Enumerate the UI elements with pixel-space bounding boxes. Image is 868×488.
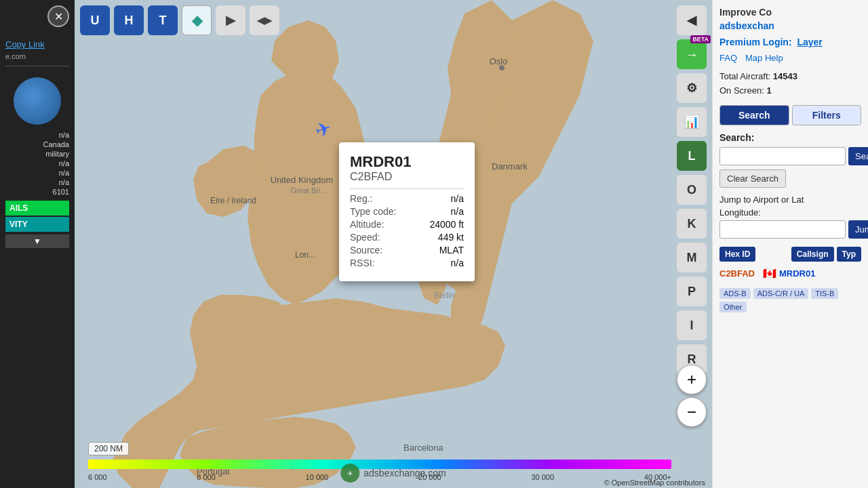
- layers-icon: ◆: [192, 12, 202, 28]
- btn-P[interactable]: P: [677, 277, 707, 306]
- improve-text: Improve Co: [719, 7, 861, 18]
- source-tag-other[interactable]: Other: [719, 302, 747, 312]
- source-tag-tisb[interactable]: TIS-B: [811, 288, 838, 299]
- col-empty: [758, 247, 789, 262]
- iodir-icon: ◀▶: [257, 15, 272, 26]
- source-tags: ADS-B ADS-C/R / UA TIS-B Other: [719, 288, 861, 312]
- zoom-in-button[interactable]: +: [677, 365, 707, 394]
- scale-label-1: 8 000: [197, 473, 216, 481]
- source-tag-adsc[interactable]: ADS-C/R / UA: [753, 288, 809, 299]
- btn-layers[interactable]: ◆: [182, 5, 212, 35]
- scale-label-2: 10 000: [306, 473, 329, 481]
- panel-links: FAQ Map Help: [719, 53, 861, 63]
- right-toolbar: ◀ → BETA ⚙ 📊 L O K M P I R: [677, 5, 707, 374]
- data-row-1: n/a: [5, 131, 69, 139]
- reg-label: Reg.:: [350, 193, 372, 204]
- rssi-value: n/a: [451, 258, 464, 268]
- jump-label: Jump to Airport or Lat: [719, 195, 861, 205]
- btn-login[interactable]: → BETA: [677, 39, 707, 69]
- details-bar[interactable]: AILS: [5, 201, 69, 216]
- popup-divider: [350, 188, 464, 189]
- divider: [5, 66, 69, 66]
- tab-filters[interactable]: Filters: [792, 105, 862, 125]
- scroll-down-arrow[interactable]: ▼: [5, 235, 69, 248]
- search-input[interactable]: [719, 147, 846, 165]
- btn-next[interactable]: ▶: [216, 5, 245, 35]
- btn-back[interactable]: ◀: [677, 5, 707, 35]
- next-icon: ▶: [226, 13, 235, 28]
- data-row-5: n/a: [5, 169, 69, 177]
- popup-row-rssi: RSSI: n/a: [350, 258, 464, 268]
- adsb-watermark-text: adsbexchange.com: [363, 468, 446, 479]
- on-screen-value: 1: [766, 85, 771, 96]
- speed-label: Speed:: [350, 232, 380, 243]
- premium-text[interactable]: Premium Login: Layer: [719, 37, 861, 47]
- stats-icon: 📊: [684, 115, 699, 129]
- search-row: Sea: [719, 147, 861, 165]
- rssi-label: RSSI:: [350, 258, 375, 268]
- scale-distance-label: 200 NM: [88, 442, 129, 455]
- col-hex-id-btn[interactable]: Hex ID: [719, 247, 755, 262]
- popup-row-type: Type code: n/a: [350, 206, 464, 217]
- btn-O[interactable]: O: [677, 175, 707, 205]
- scale-label-0: 6 000: [88, 473, 107, 481]
- btn-M[interactable]: M: [677, 243, 707, 272]
- btn-K[interactable]: K: [677, 209, 707, 239]
- search-button[interactable]: Sea: [848, 147, 868, 165]
- scale-label-4: 30 000: [531, 473, 554, 481]
- zoom-out-button[interactable]: −: [677, 397, 707, 427]
- btn-t[interactable]: T: [148, 5, 178, 35]
- data-row-2: Canada: [5, 140, 69, 148]
- btn-h[interactable]: H: [114, 5, 144, 35]
- source-tag-adsb[interactable]: ADS-B: [719, 288, 751, 299]
- svg-text:Lon...: Lon...: [295, 250, 315, 260]
- activity-bar[interactable]: VITY: [5, 217, 69, 232]
- tab-row: Search Filters: [719, 105, 861, 125]
- close-button[interactable]: ✕: [47, 5, 69, 27]
- col-type-btn[interactable]: Typ: [837, 247, 861, 262]
- aircraft-popup: MRDR01 C2BFAD Reg.: n/a Type code: n/a A…: [339, 142, 475, 281]
- btn-u[interactable]: U: [80, 5, 110, 35]
- close-icon: ✕: [54, 10, 63, 23]
- data-row-3: military: [5, 150, 69, 158]
- popup-callsign: MRDR01: [350, 153, 464, 171]
- data-row-7: 6101: [5, 188, 69, 196]
- search-label: Search:: [719, 132, 861, 143]
- tab-search[interactable]: Search: [719, 105, 789, 125]
- btn-iodir[interactable]: ◀▶: [250, 5, 279, 35]
- source-value: MLAT: [439, 245, 464, 256]
- speed-value: 449 kt: [438, 232, 464, 243]
- btn-L[interactable]: L: [677, 141, 707, 171]
- adsb-watermark: ✈ adsbexchange.com: [340, 464, 446, 483]
- login-icon: →: [685, 47, 698, 62]
- left-sidebar: ✕ Copy Link e.com n/a Canada military n/…: [0, 0, 75, 488]
- improve-link[interactable]: adsbexchan: [719, 20, 861, 31]
- faq-link[interactable]: FAQ: [719, 53, 737, 63]
- svg-text:United Kingdom: United Kingdom: [271, 175, 334, 185]
- svg-text:Oslo: Oslo: [490, 56, 508, 66]
- clear-search-button[interactable]: Clear Search: [719, 169, 786, 188]
- col-callsign-btn[interactable]: Callsign: [791, 247, 834, 262]
- map-help-link[interactable]: Map Help: [745, 53, 783, 63]
- premium-link[interactable]: Layer: [797, 37, 822, 47]
- total-aircraft-value: 14543: [773, 71, 797, 81]
- popup-row-speed: Speed: 449 kt: [350, 232, 464, 243]
- btn-settings[interactable]: ⚙: [677, 73, 707, 103]
- btn-I[interactable]: I: [677, 310, 707, 340]
- svg-text:Barcelona: Barcelona: [403, 443, 443, 453]
- popup-row-reg: Reg.: n/a: [350, 193, 464, 204]
- aircraft-result-row[interactable]: C2BFAD 🇨🇦 MRDR01: [719, 264, 861, 283]
- altitude-label: Altitude:: [350, 219, 384, 230]
- radar-circle: [14, 77, 61, 125]
- jump-input[interactable]: [719, 220, 846, 239]
- osm-attribution: © OpenStreetMap contributors: [604, 479, 705, 487]
- callsign-value: MRDR01: [779, 268, 815, 279]
- copy-link[interactable]: Copy Link: [5, 39, 69, 49]
- altitude-value: 24000 ft: [429, 219, 464, 230]
- jump-button[interactable]: Jum: [848, 220, 868, 239]
- svg-text:Great Bri...: Great Bri...: [290, 186, 326, 195]
- popup-hex: C2BFAD: [350, 171, 464, 183]
- btn-stats[interactable]: 📊: [677, 107, 707, 137]
- map-area: Berlin Oslo Danmark United Kingdom Great…: [75, 0, 712, 488]
- panel-stats: Total Aircraft: 14543 On Screen: 1: [719, 70, 861, 98]
